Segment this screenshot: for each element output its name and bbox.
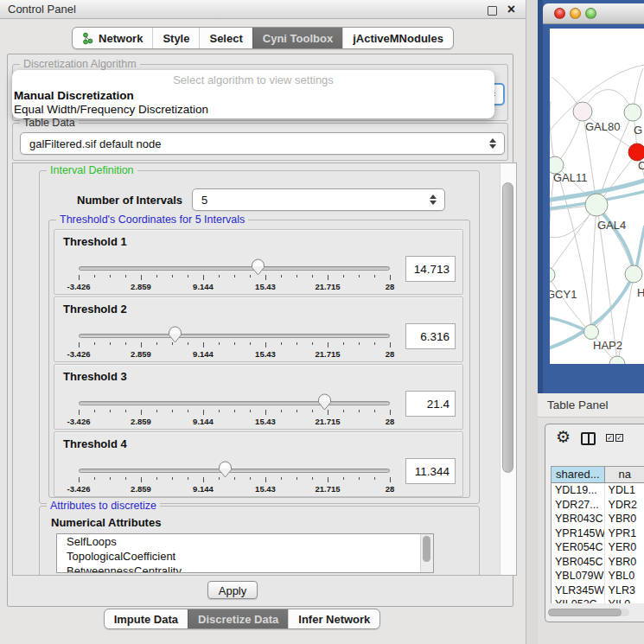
node-table[interactable]: shared...naYDL19...YDL1YDR27...YDR2YBR04… (551, 466, 644, 603)
network-node[interactable] (625, 265, 642, 283)
table-row[interactable]: YLR345WYLR3 (552, 583, 644, 598)
network-node[interactable] (584, 325, 599, 340)
table-cell[interactable]: YIL052C (552, 597, 605, 603)
gear-icon[interactable]: ⚙ (556, 428, 571, 447)
slider-track[interactable] (79, 401, 390, 405)
table-row[interactable]: YBR043CYBR0 (552, 512, 644, 526)
table-cell[interactable]: YPR1 (605, 526, 644, 541)
network-node[interactable] (628, 143, 644, 161)
table-row[interactable]: YDL19...YDL1 (552, 483, 644, 498)
panel-scrollbar-track[interactable] (500, 163, 516, 575)
slider-tick (328, 342, 328, 348)
network-edge[interactable] (597, 207, 634, 272)
zoom-traffic-light-icon[interactable] (585, 8, 596, 19)
list-scrollbar-track[interactable] (420, 534, 433, 572)
bottom-tab-discretize-data[interactable]: Discretize Data (188, 609, 288, 628)
tab-jactivemnodules[interactable]: jActiveMNodules (342, 28, 453, 48)
table-cell[interactable]: YER054C (552, 540, 605, 555)
attribute-list-item[interactable]: TopologicalCoefficient (57, 549, 433, 564)
threshold-value-field[interactable]: 21.4 (405, 391, 456, 417)
slider-tick (250, 477, 251, 480)
tab-cyni-toolbox[interactable]: Cyni Toolbox (252, 28, 342, 48)
network-node[interactable] (550, 267, 555, 283)
attribute-list-item[interactable]: SelfLoops (57, 534, 433, 549)
table-cell[interactable]: YBR043C (552, 512, 605, 526)
table-cell[interactable]: YBR0 (605, 555, 644, 570)
network-node[interactable] (585, 194, 608, 216)
threshold-value-field[interactable]: 11.344 (405, 458, 456, 484)
network-edge[interactable] (591, 206, 596, 331)
table-data-combobox[interactable]: galFiltered.sif default node (20, 132, 505, 155)
list-scrollbar-thumb[interactable] (423, 536, 430, 562)
network-canvas[interactable]: GAL80GCGAL11GAL4GCY1HHAP2 (550, 29, 644, 364)
table-cell[interactable]: YLR345W (552, 583, 605, 598)
table-cell[interactable]: YDR27... (552, 498, 605, 513)
table-cell[interactable]: YBR045C (552, 555, 605, 570)
table-cell[interactable]: YER0 (605, 540, 644, 555)
checkbox-pair-icon[interactable]: ✓✓ (606, 434, 623, 442)
close-icon[interactable]: × (507, 0, 515, 19)
bottom-tab-impute-data[interactable]: Impute Data (105, 609, 188, 628)
attribute-list-item[interactable]: BetweennessCentrality (57, 564, 433, 573)
tab-select[interactable]: Select (199, 28, 252, 48)
apply-button[interactable]: Apply (207, 581, 258, 599)
algorithm-option[interactable]: Manual Discretization (12, 89, 494, 103)
number-of-intervals-combobox[interactable]: 5 (192, 188, 445, 211)
tab-style[interactable]: Style (152, 28, 199, 48)
network-edge[interactable] (556, 167, 591, 331)
table-cell[interactable]: YBL0 (605, 569, 644, 583)
tab-label: jActiveMNodules (353, 32, 443, 45)
slider-tick (234, 410, 235, 412)
bottom-tab-infer-network[interactable]: Infer Network (288, 609, 379, 628)
table-cell[interactable]: YPR145W (552, 526, 605, 541)
slider-tick (265, 342, 266, 348)
slider-thumb[interactable] (218, 461, 233, 478)
algorithm-option[interactable]: Equal Width/Frequency Discretization (12, 103, 494, 117)
table-row[interactable]: YPR145WYPR1 (552, 526, 644, 541)
network-edge[interactable] (550, 101, 555, 165)
slider-thumb[interactable] (317, 393, 332, 411)
slider-thumb[interactable] (168, 326, 182, 343)
float-window-icon[interactable] (488, 6, 497, 16)
table-cell[interactable]: YDR2 (605, 498, 644, 513)
table-row[interactable]: YBL079WYBL0 (552, 569, 644, 583)
tab-label: Style (163, 32, 189, 45)
table-cell[interactable]: YBL079W (552, 569, 605, 583)
table-cell[interactable]: YBR0 (605, 512, 644, 526)
table-cell[interactable]: YDL1 (605, 483, 644, 498)
threshold-value-field[interactable]: 6.316 (405, 323, 456, 349)
numerical-attributes-list[interactable]: SelfLoopsTopologicalCoefficientBetweenne… (56, 533, 434, 573)
close-traffic-light-icon[interactable] (554, 8, 565, 19)
table-row[interactable]: YIL052CYIL0 (552, 597, 644, 603)
slider-tick (234, 477, 235, 480)
panel-scrollbar-thumb[interactable] (502, 182, 513, 473)
network-node-label: H (637, 286, 644, 299)
table-cell[interactable]: YIL0 (605, 597, 644, 603)
numerical-attributes-heading: Numerical Attributes (51, 516, 161, 529)
table-hscrollbar-thumb[interactable] (548, 609, 622, 616)
slider-tick (156, 477, 157, 480)
slider-tick (265, 410, 266, 415)
network-window-titlebar (543, 3, 644, 24)
slider-track[interactable] (79, 266, 390, 271)
table-hscrollbar-track[interactable] (548, 609, 629, 616)
table-row[interactable]: YBR045CYBR0 (552, 555, 644, 570)
table-column-header[interactable]: na (605, 467, 644, 483)
slider-track[interactable] (79, 334, 390, 338)
table-column-header[interactable]: shared... (552, 467, 605, 483)
table-row[interactable]: YDR27...YDR2 (552, 498, 644, 513)
network-node-label: HAP2 (593, 339, 622, 352)
slider-track[interactable] (79, 469, 390, 473)
network-graph[interactable]: GAL80GCGAL11GAL4GCY1HHAP2 (550, 29, 644, 364)
tab-network[interactable]: Network (73, 28, 152, 48)
table-cell[interactable]: YDL19... (552, 483, 605, 498)
table-cell[interactable]: YLR3 (605, 583, 644, 598)
network-node[interactable] (573, 102, 592, 121)
minimize-traffic-light-icon[interactable] (570, 8, 581, 19)
slider-thumb[interactable] (251, 258, 265, 276)
threshold-value-field[interactable]: 14.713 (405, 256, 456, 282)
network-node[interactable] (624, 104, 641, 121)
algorithm-placeholder-option[interactable]: Select algorithm to view settings (12, 70, 494, 89)
columns-icon[interactable] (581, 432, 596, 445)
table-row[interactable]: YER054CYER0 (552, 540, 644, 555)
